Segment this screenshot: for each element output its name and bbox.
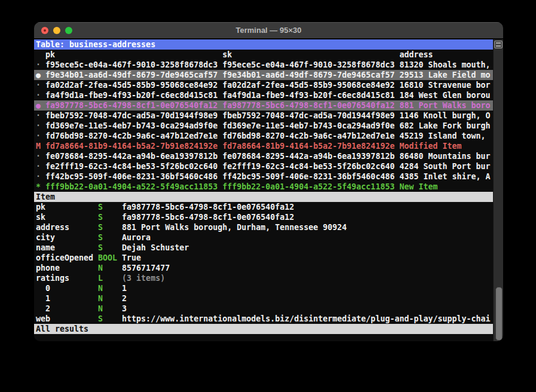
cell-sk: f95ece5c-e04a-467f-9010-3258f8678dc3 xyxy=(222,60,394,70)
cell-sk: fe2fff19-62c3-4c84-be53-5f26bc02c640 xyxy=(222,161,394,172)
scrollbar-thumb[interactable] xyxy=(495,287,503,341)
cell-address: 184 West Glen borou xyxy=(399,90,490,100)
attr-type: N xyxy=(98,283,103,293)
cell-pk: fe2fff19-62c3-4c84-be53-5f26bc02c640 xyxy=(45,161,218,172)
column-header-address: address xyxy=(399,50,433,60)
item-attr-row: 0N1 xyxy=(34,283,493,293)
row-marker: · xyxy=(36,121,41,131)
attr-name: address xyxy=(36,222,69,232)
table-row[interactable]: ·f95ece5c-e04a-467f-9010-3258f8678dc3f95… xyxy=(34,60,493,70)
row-marker: · xyxy=(36,111,41,121)
row-marker: · xyxy=(36,131,41,141)
cell-sk: fff9bb22-0a01-4904-a522-5f49acc11853 xyxy=(222,182,394,192)
cell-address: 4385 Inlet shire, A xyxy=(399,172,490,182)
cell-sk: f9e34b01-aa6d-49df-8679-7de9465caf57 xyxy=(222,70,394,80)
cell-pk: fa4f9d1a-fbe9-4f93-b20f-c6ec8d415c81 xyxy=(45,90,218,100)
column-header-pk: pk xyxy=(45,50,55,60)
terminal-grid: Table: business-addresses pk sk address … xyxy=(34,39,493,341)
attr-value: (3 items) xyxy=(122,273,165,283)
cell-sk: fd76bd98-8270-4c2b-9a6c-a47b12ed7e1e xyxy=(222,131,394,141)
attr-name: phone xyxy=(36,263,60,273)
attr-name: 0 xyxy=(36,283,50,293)
item-attr-row: phoneN8576717477 xyxy=(34,263,493,273)
window-titlebar[interactable]: Terminal — 95×30 xyxy=(34,22,503,39)
item-attr-row: skSfa987778-5bc6-4798-8cf1-0e076540fa12 xyxy=(34,212,493,222)
cell-pk: fd369e7e-11e5-4eb7-b743-0ca294ad9f0e xyxy=(45,121,218,131)
window-content: Table: business-addresses pk sk address … xyxy=(34,39,503,341)
cell-pk: fd76bd98-8270-4c2b-9a6c-a47b12ed7e1e xyxy=(45,131,218,141)
table-row[interactable]: ·ff42bc95-509f-406e-8231-36bf5460c486ff4… xyxy=(34,172,493,182)
row-marker: * xyxy=(36,182,41,192)
table-row[interactable]: ·fe078684-8295-442a-a94b-6ea19397812bfe0… xyxy=(34,151,493,161)
cell-address: New Item xyxy=(399,182,437,192)
item-attr-row: officeOpenedBOOLTrue xyxy=(34,253,493,263)
row-marker: · xyxy=(36,161,41,172)
item-attrs-container: pkSfa987778-5bc6-4798-8cf1-0e076540fa12s… xyxy=(34,202,493,324)
cell-pk: fbeb7592-7048-47dc-ad5a-70d1944f98e9 xyxy=(45,111,218,121)
split-pane-button[interactable] xyxy=(494,41,503,48)
row-marker: · xyxy=(36,60,41,70)
table-row[interactable]: *fff9bb22-0a01-4904-a522-5f49acc11853fff… xyxy=(34,182,493,192)
scrollbar-track[interactable] xyxy=(493,39,503,341)
cell-address: Modified Item xyxy=(399,141,461,151)
attr-name: officeOpened xyxy=(36,253,93,263)
attr-name: web xyxy=(36,314,50,324)
cell-pk: fa02d2af-2fea-45d5-85b9-95068ce84e92 xyxy=(45,80,218,90)
results-footer: All results xyxy=(34,324,493,334)
desktop-background: Terminal — 95×30 Table: business-address… xyxy=(0,0,536,392)
attr-name: pk xyxy=(36,202,45,212)
attr-value: 881 Port Walks borough, Durham, Tennesse… xyxy=(122,222,347,232)
attr-type: S xyxy=(98,243,103,253)
table-title-text: Table: business-addresses xyxy=(36,39,155,50)
attr-value: https://www.internationalmodels.biz/disi… xyxy=(122,314,490,324)
table-row[interactable]: ·fe2fff19-62c3-4c84-be53-5f26bc02c640fe2… xyxy=(34,161,493,172)
cell-sk: fd369e7e-11e5-4eb7-b743-0ca294ad9f0e xyxy=(222,121,394,131)
window-title: Terminal — 95×30 xyxy=(34,22,503,38)
attr-value: 8576717477 xyxy=(122,263,170,273)
cell-sk: fa987778-5bc6-4798-8cf1-0e076540fa12 xyxy=(222,100,394,111)
attr-type: S xyxy=(98,314,103,324)
row-marker: · xyxy=(36,90,41,100)
row-marker: · xyxy=(36,80,41,90)
attr-value: Aurora xyxy=(122,232,151,243)
table-row[interactable]: ●fa987778-5bc6-4798-8cf1-0e076540fa12fa9… xyxy=(34,100,493,111)
item-attr-row: pkSfa987778-5bc6-4798-8cf1-0e076540fa12 xyxy=(34,202,493,212)
attr-name: ratings xyxy=(36,273,69,283)
table-row[interactable]: ·fa02d2af-2fea-45d5-85b9-95068ce84e92fa0… xyxy=(34,80,493,90)
row-marker: ● xyxy=(36,70,41,80)
table-row[interactable]: ·fd369e7e-11e5-4eb7-b743-0ca294ad9f0efd3… xyxy=(34,121,493,131)
row-marker: M xyxy=(36,141,41,151)
cell-pk: fff9bb22-0a01-4904-a522-5f49acc11853 xyxy=(45,182,218,192)
attr-name: sk xyxy=(36,212,45,222)
item-attr-row: addressS881 Port Walks borough, Durham, … xyxy=(34,222,493,232)
table-row[interactable]: ·fd76bd98-8270-4c2b-9a6c-a47b12ed7e1efd7… xyxy=(34,131,493,141)
cell-pk: fd7a8664-81b9-4164-b5a2-7b91e824192e xyxy=(45,141,218,151)
cell-sk: ff42bc95-509f-406e-8231-36bf5460c486 xyxy=(222,172,394,182)
cell-sk: fa4f9d1a-fbe9-4f93-b20f-c6ec8d415c81 xyxy=(222,90,394,100)
attr-type: S xyxy=(98,212,103,222)
attr-name: name xyxy=(36,243,55,253)
attr-type: N xyxy=(98,293,103,304)
column-header-sk: sk xyxy=(222,50,232,60)
attr-type: S xyxy=(98,222,103,232)
cell-address: 45219 Island town, xyxy=(399,131,485,141)
cell-pk: f95ece5c-e04a-467f-9010-3258f8678dc3 xyxy=(45,60,218,70)
results-footer-text: All results xyxy=(36,324,88,334)
table-row[interactable]: Mfd7a8664-81b9-4164-b5a2-7b91e824192efd7… xyxy=(34,141,493,151)
cell-pk: fa987778-5bc6-4798-8cf1-0e076540fa12 xyxy=(45,100,218,111)
table-row[interactable]: ●f9e34b01-aa6d-49df-8679-7de9465caf57f9e… xyxy=(34,70,493,80)
table-row[interactable]: ·fbeb7592-7048-47dc-ad5a-70d1944f98e9fbe… xyxy=(34,111,493,121)
item-attr-row: nameSDejah Schuster xyxy=(34,243,493,253)
table-rows-container: ·f95ece5c-e04a-467f-9010-3258f8678dc3f95… xyxy=(34,60,493,192)
item-attr-row: 2N3 xyxy=(34,304,493,314)
attr-type: BOOL xyxy=(98,253,117,263)
cell-sk: fa02d2af-2fea-45d5-85b9-95068ce84e92 xyxy=(222,80,394,90)
attr-value: 3 xyxy=(122,304,127,314)
table-row[interactable]: ·fa4f9d1a-fbe9-4f93-b20f-c6ec8d415c81fa4… xyxy=(34,90,493,100)
item-attr-row: webShttps://www.internationalmodels.biz/… xyxy=(34,314,493,324)
cell-sk: fbeb7592-7048-47dc-ad5a-70d1944f98e9 xyxy=(222,111,394,121)
cell-address: 1146 Knoll burgh, O xyxy=(399,111,490,121)
row-marker: · xyxy=(36,151,41,161)
attr-name: 1 xyxy=(36,293,50,304)
cell-address: 86480 Mountains bur xyxy=(399,151,490,161)
